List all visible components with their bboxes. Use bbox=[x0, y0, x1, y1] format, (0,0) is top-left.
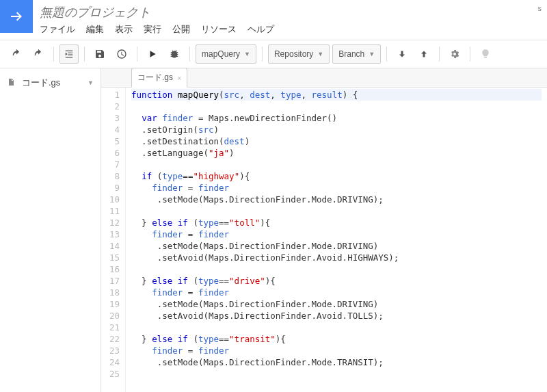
menu-view[interactable]: 表示 bbox=[115, 23, 133, 36]
redo-icon bbox=[33, 49, 44, 60]
file-name: コード.gs bbox=[22, 77, 60, 89]
indent-button[interactable] bbox=[59, 44, 79, 64]
save-icon bbox=[94, 49, 105, 60]
save-button[interactable] bbox=[90, 44, 109, 64]
bug-icon bbox=[169, 49, 180, 60]
code-editor[interactable]: 1234567891011121314151617181920212223242… bbox=[101, 88, 547, 392]
branch-select-label: Branch bbox=[338, 49, 364, 59]
clock-icon bbox=[116, 49, 127, 60]
editor-tab[interactable]: コード.gs × bbox=[131, 68, 187, 88]
file-row[interactable]: コード.gs ▼ bbox=[0, 73, 101, 93]
redo-button[interactable] bbox=[29, 44, 48, 64]
toolbar-separator bbox=[53, 47, 54, 62]
toolbar-separator bbox=[439, 47, 440, 62]
push-button[interactable] bbox=[414, 44, 433, 64]
editor-tabs: コード.gs × bbox=[101, 68, 547, 88]
line-gutter: 1234567891011121314151617181920212223242… bbox=[101, 88, 126, 392]
toolbar-separator bbox=[137, 47, 137, 62]
toolbar-separator bbox=[386, 47, 387, 62]
file-icon bbox=[7, 77, 16, 89]
menu-resources[interactable]: リソース bbox=[201, 23, 237, 36]
chevron-down-icon: ▼ bbox=[369, 51, 375, 57]
history-button[interactable] bbox=[112, 44, 131, 64]
undo-icon bbox=[11, 49, 22, 60]
undo-button[interactable] bbox=[7, 44, 26, 64]
repository-select[interactable]: Repository ▼ bbox=[268, 44, 330, 64]
app-header: 無題のプロジェクト ファイル 編集 表示 実行 公開 リソース ヘルプ s bbox=[0, 0, 547, 40]
editor-area: コード.gs × 1234567891011121314151617181920… bbox=[101, 68, 547, 392]
menu-edit[interactable]: 編集 bbox=[86, 23, 104, 36]
menu-help[interactable]: ヘルプ bbox=[248, 23, 274, 36]
top-right-indicator: s bbox=[538, 0, 548, 12]
menu-publish[interactable]: 公開 bbox=[172, 23, 190, 36]
pull-button[interactable] bbox=[392, 44, 412, 64]
arrow-right-icon bbox=[8, 8, 25, 25]
branch-select[interactable]: Branch ▼ bbox=[332, 44, 381, 64]
toolbar-separator bbox=[84, 47, 85, 62]
settings-button[interactable] bbox=[445, 44, 464, 64]
toolbar-separator bbox=[189, 47, 190, 62]
indent-icon bbox=[64, 49, 74, 59]
code-content[interactable]: function mapQuery(src, dest, type, resul… bbox=[126, 88, 547, 392]
repository-select-label: Repository bbox=[274, 49, 313, 59]
menu-run[interactable]: 実行 bbox=[144, 23, 161, 36]
play-icon bbox=[148, 49, 157, 59]
gear-icon bbox=[449, 49, 460, 60]
debug-button[interactable] bbox=[165, 44, 184, 64]
app-logo bbox=[0, 0, 33, 33]
arrow-down-icon bbox=[398, 49, 406, 59]
chevron-down-icon: ▼ bbox=[317, 51, 323, 57]
toolbar-separator bbox=[262, 47, 263, 62]
project-title[interactable]: 無題のプロジェクト bbox=[40, 4, 531, 21]
toolbar-separator bbox=[470, 47, 470, 62]
chevron-down-icon: ▼ bbox=[244, 51, 250, 57]
lightbulb-icon bbox=[480, 49, 491, 60]
menubar: ファイル 編集 表示 実行 公開 リソース ヘルプ bbox=[40, 23, 531, 40]
tips-button[interactable] bbox=[476, 44, 495, 64]
tab-label: コード.gs bbox=[137, 72, 173, 83]
file-sidebar: コード.gs ▼ bbox=[0, 68, 101, 392]
chevron-down-icon[interactable]: ▼ bbox=[88, 79, 94, 86]
toolbar: mapQuery ▼ Repository ▼ Branch ▼ bbox=[0, 40, 547, 68]
run-button[interactable] bbox=[143, 44, 162, 64]
function-select-label: mapQuery bbox=[202, 49, 240, 59]
close-icon[interactable]: × bbox=[177, 74, 181, 82]
arrow-up-icon bbox=[420, 49, 428, 59]
menu-file[interactable]: ファイル bbox=[40, 23, 75, 36]
function-select[interactable]: mapQuery ▼ bbox=[196, 44, 256, 64]
